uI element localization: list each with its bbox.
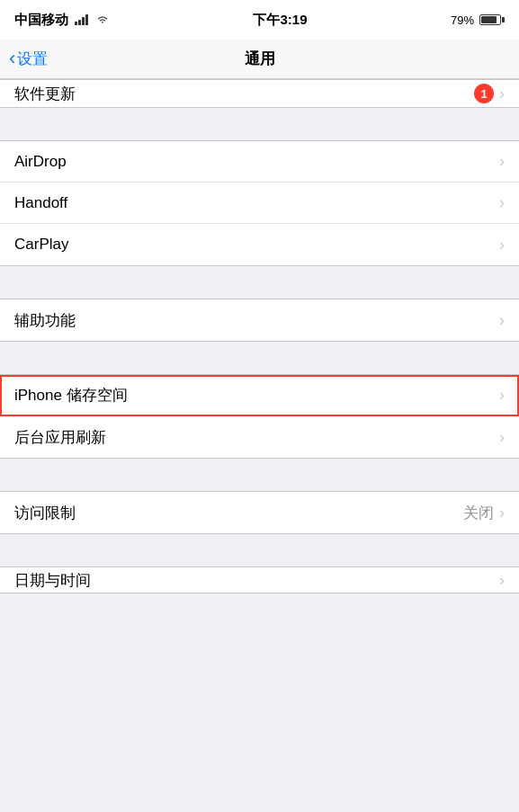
back-button[interactable]: ‹ 设置 (9, 49, 48, 69)
wifi-icon (95, 14, 110, 25)
back-arrow-icon: ‹ (9, 49, 15, 68)
nav-bar: ‹ 设置 通用 (0, 40, 519, 79)
page-title: 通用 (245, 49, 275, 69)
datetime-row[interactable]: 日期与时间 › (0, 567, 519, 593)
restrictions-row[interactable]: 访问限制 关闭 › (0, 492, 519, 533)
carplay-right: › (499, 236, 505, 254)
handoff-right: › (499, 193, 505, 212)
chevron-icon: › (499, 193, 505, 212)
software-update-label: 软件更新 (14, 84, 76, 104)
datetime-right: › (499, 571, 505, 590)
chevron-icon: › (499, 236, 505, 254)
restrictions-label: 访问限制 (14, 503, 76, 523)
section-storage: iPhone 储存空间 › 后台应用刷新 › (0, 374, 519, 459)
section-datetime: 日期与时间 › (0, 567, 519, 593)
background-refresh-row[interactable]: 后台应用刷新 › (0, 416, 519, 458)
airdrop-label: AirDrop (14, 153, 67, 171)
chevron-icon: › (499, 152, 505, 171)
handoff-row[interactable]: Handoff › (0, 183, 519, 224)
svg-rect-2 (82, 17, 85, 25)
gap-3 (0, 342, 519, 374)
carrier-label: 中国移动 (14, 12, 68, 29)
datetime-label: 日期与时间 (14, 570, 91, 591)
chevron-icon: › (499, 311, 505, 330)
settings-content: 软件更新 1 › AirDrop › Handoff › CarPlay › (0, 79, 519, 593)
chevron-icon: › (499, 386, 505, 405)
iphone-storage-row[interactable]: iPhone 储存空间 › (0, 375, 519, 416)
chevron-icon: › (499, 504, 505, 522)
gap-2 (0, 266, 519, 299)
iphone-storage-label: iPhone 储存空间 (14, 385, 128, 406)
carplay-label: CarPlay (14, 236, 68, 254)
background-refresh-right: › (499, 428, 505, 447)
chevron-icon: › (499, 571, 505, 590)
section-airdrop: AirDrop › Handoff › CarPlay › (0, 140, 519, 266)
section-accessibility: 辅助功能 › (0, 299, 519, 342)
battery-icon (479, 14, 505, 25)
carplay-row[interactable]: CarPlay › (0, 224, 519, 265)
accessibility-label: 辅助功能 (14, 310, 76, 331)
restrictions-right: 关闭 › (463, 503, 505, 523)
gap-5 (0, 534, 519, 567)
software-update-row[interactable]: 软件更新 1 › (0, 80, 519, 107)
section-restrictions: 访问限制 关闭 › (0, 491, 519, 534)
signal-icon (75, 14, 91, 25)
gap-1 (0, 108, 519, 140)
airdrop-right: › (499, 152, 505, 171)
svg-rect-0 (75, 22, 77, 25)
background-refresh-label: 后台应用刷新 (14, 427, 106, 448)
airdrop-row[interactable]: AirDrop › (0, 141, 519, 183)
status-time: 下午3:19 (253, 12, 307, 29)
accessibility-row[interactable]: 辅助功能 › (0, 299, 519, 341)
software-update-right: 1 › (474, 84, 505, 103)
status-right: 79% (451, 13, 505, 27)
svg-rect-1 (78, 20, 81, 25)
battery-percent: 79% (451, 13, 474, 27)
section-updates: 软件更新 1 › (0, 79, 519, 108)
chevron-icon: › (499, 85, 505, 103)
iphone-storage-right: › (499, 386, 505, 405)
chevron-icon: › (499, 428, 505, 447)
handoff-label: Handoff (14, 194, 67, 212)
back-label: 设置 (17, 49, 48, 69)
restrictions-value: 关闭 (463, 503, 494, 523)
svg-rect-3 (85, 14, 88, 25)
accessibility-right: › (499, 311, 505, 330)
update-badge: 1 (474, 84, 494, 103)
status-bar: 中国移动 下午3:19 79% (0, 0, 519, 40)
gap-4 (0, 459, 519, 491)
status-left: 中国移动 (14, 12, 110, 29)
